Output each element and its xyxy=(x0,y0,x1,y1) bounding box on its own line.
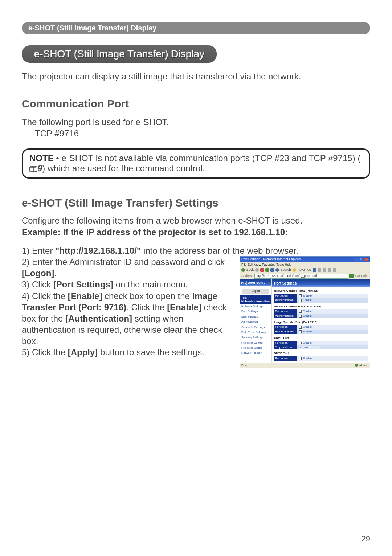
enable-label: Enable xyxy=(303,298,312,302)
page-header-text: e-SHOT (Still Image Transfer) Display xyxy=(28,24,156,32)
step-3-port: [Port Settings] xyxy=(53,279,113,289)
sidebar-item-mail-settings[interactable]: Mail Settings xyxy=(240,314,271,319)
step-4-enable-2: [Enable] xyxy=(167,302,201,312)
section-snmp: SNMP Port xyxy=(274,336,370,340)
section-image-transfer: Image Transfer Port (Port:9716) xyxy=(274,320,370,324)
sidebar-item-alert-settings[interactable]: Alert Settings xyxy=(240,319,271,324)
browser-menubar[interactable]: File Edit View Favorites Tools Help xyxy=(240,262,370,267)
enable-label: Enable xyxy=(303,357,312,360)
step-4-c: check box to open the xyxy=(102,291,192,301)
discuss-icon[interactable] xyxy=(333,268,336,272)
port2-auth-row: Authentication Enable xyxy=(274,314,368,318)
logoff-button[interactable]: Logoff xyxy=(242,289,269,294)
home-icon[interactable] xyxy=(270,268,274,272)
note-ref: 9 xyxy=(37,163,42,173)
note-label: NOTE xyxy=(29,153,54,163)
img-portopen-row: Port open Enable xyxy=(274,325,368,329)
mail-icon[interactable] xyxy=(318,268,321,272)
browser-toolbar: Back Search Favorites xyxy=(240,267,370,273)
browser-screenshot: Port Settings - Microsoft Internet Explo… xyxy=(240,256,370,368)
minimize-icon[interactable]: _ xyxy=(354,258,358,261)
close-icon[interactable]: × xyxy=(364,258,368,261)
smtp-portopen-checkbox[interactable] xyxy=(299,357,302,360)
port2-portopen-checkbox[interactable] xyxy=(299,310,302,313)
maximize-icon[interactable]: □ xyxy=(359,258,363,261)
port1-auth-row: Authentication Enable xyxy=(274,298,368,302)
sidebar-item-schedule-settings[interactable]: Schedule Settings xyxy=(240,325,271,330)
page-number: 29 xyxy=(362,534,370,544)
snmp-trap-row: Trap address 0.0.0.0 xyxy=(274,345,368,349)
browser-addressbar: Address http://192.168.1.10/admin/config… xyxy=(240,273,370,279)
step-5-c: button to save the settings. xyxy=(98,347,204,357)
toolbar-fav-label: Favorites xyxy=(298,268,311,272)
back-icon[interactable] xyxy=(241,268,245,272)
snmp-portopen-checkbox[interactable] xyxy=(299,342,302,344)
edit-icon[interactable] xyxy=(328,268,331,272)
port2-portopen-row: Port open Enable xyxy=(274,309,368,314)
history-icon[interactable] xyxy=(313,268,316,272)
sidebar-item-security-settings[interactable]: Security Settings xyxy=(240,335,271,340)
step-2-logon: [Logon] xyxy=(22,268,54,278)
page-header-bar: e-SHOT (Still Image Transfer) Display xyxy=(22,22,370,34)
img-portopen-checkbox[interactable] xyxy=(299,326,302,329)
address-label: Address xyxy=(241,274,253,278)
enable-label: Enable xyxy=(303,314,312,318)
row-label-trap: Trap address xyxy=(274,345,297,349)
search-icon[interactable] xyxy=(275,268,279,272)
stop-icon[interactable] xyxy=(260,268,264,272)
window-buttons: _ □ × xyxy=(354,258,368,261)
communication-port-text: The following port is used for e-SHOT. xyxy=(22,116,370,128)
port1-auth-checkbox[interactable] xyxy=(299,299,302,302)
intro-paragraph: The projector can display a still image … xyxy=(22,71,370,82)
step-3-c: on the main menu. xyxy=(113,279,188,289)
sidebar-item-datetime-settings[interactable]: Date/Time Settings xyxy=(240,330,271,335)
print-icon[interactable] xyxy=(323,268,326,272)
browser-titlebar: Port Settings - Microsoft Internet Explo… xyxy=(240,257,370,262)
step-5: 5) Click the [Apply] button to save the … xyxy=(22,347,233,358)
note-box: NOTE • e-SHOT is not available via commu… xyxy=(22,148,370,179)
communication-port-value: TCP #9716 xyxy=(22,128,370,139)
step-4: 4) Click the [Enable] check box to open … xyxy=(22,290,233,347)
sidebar-top-block[interactable]: Top: Network Information xyxy=(240,295,271,304)
sidebar-item-port-settings[interactable]: Port Settings xyxy=(240,309,271,314)
smtp-portopen-row: Port open Enable xyxy=(274,356,368,361)
row-label-auth: Authentication xyxy=(274,330,297,334)
step-2: 2) Enter the Administrator ID and passwo… xyxy=(22,256,233,279)
sidebar-item-network-settings[interactable]: Network Settings xyxy=(240,304,271,309)
go-label: Go xyxy=(355,274,360,278)
title-band: e-SHOT (Still Image Transfer) Display xyxy=(22,45,217,63)
sidebar-item-network-restart[interactable]: Network Restart xyxy=(240,351,271,356)
step-4-enable-1: [Enable] xyxy=(68,291,102,301)
refresh-icon[interactable] xyxy=(265,268,269,272)
trap-address-field[interactable]: 0.0.0.0 xyxy=(299,346,320,349)
links-label[interactable]: Links xyxy=(361,274,368,278)
browser-sidebar: Projector Setup Logoff Top: Network Info… xyxy=(240,279,272,363)
enable-label: Enable xyxy=(303,330,312,334)
config-line-1: Configure the following items from a web… xyxy=(22,215,370,226)
port2-auth-checkbox[interactable] xyxy=(299,315,302,318)
address-field[interactable]: http://192.168.1.10/admin/config_port.ht… xyxy=(254,274,348,279)
step-1: 1) Enter "http://192.168.1.10/" into the… xyxy=(22,245,370,256)
enable-label: Enable xyxy=(303,341,312,345)
forward-icon[interactable] xyxy=(255,268,259,272)
go-button[interactable] xyxy=(349,274,354,278)
row-label-auth: Authentication xyxy=(274,314,297,318)
step-3-a: 3) Click xyxy=(22,279,53,289)
row-label-portopen: Port open xyxy=(274,309,297,314)
toolbar-search-label: Search xyxy=(281,268,291,272)
snmp-portopen-row: Port open Enable xyxy=(274,341,368,345)
book-icon xyxy=(29,166,37,174)
sidebar-item-projector-status[interactable]: Projector Status xyxy=(240,346,271,351)
step-1-a: 1) Enter xyxy=(22,246,55,255)
step-4-e: . Click the xyxy=(126,302,167,312)
toolbar-back-label: Back xyxy=(246,268,254,272)
sidebar-item-projector-control[interactable]: Projector Control xyxy=(240,340,271,346)
row-label-portopen: Port open xyxy=(274,356,297,361)
internet-icon xyxy=(355,364,358,367)
port1-portopen-checkbox[interactable] xyxy=(299,294,302,297)
favorites-icon[interactable] xyxy=(293,268,296,272)
status-done: Done xyxy=(241,364,248,367)
browser-statusbar: Done Internet xyxy=(240,363,370,368)
img-auth-checkbox[interactable] xyxy=(299,330,302,333)
section-port2: Network Control Port2 (Port:9715) xyxy=(274,305,370,308)
